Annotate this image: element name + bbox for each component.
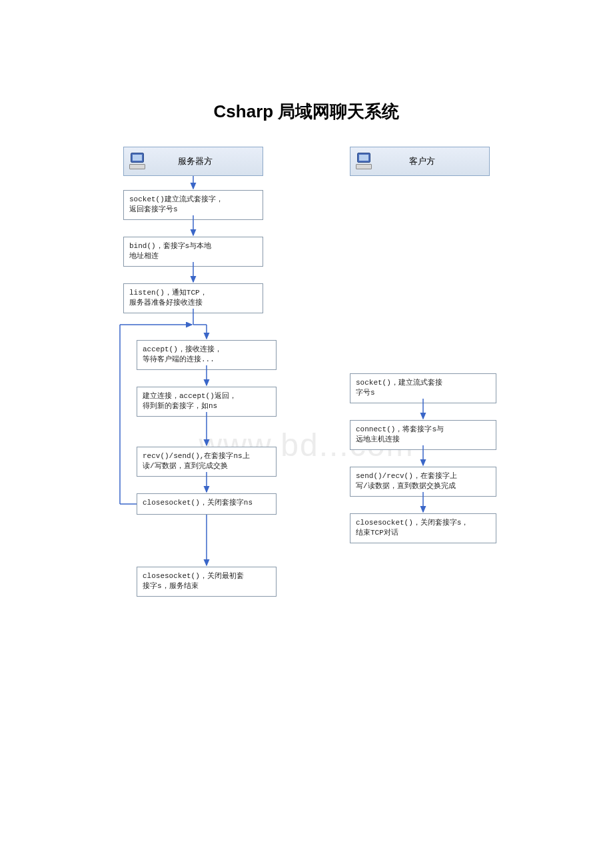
page-title: Csharp 局域网聊天系统 [0,100,613,123]
server-header: 服务器方 [123,147,263,176]
server-step-close-ns: closesocket()，关闭套接字ns [137,493,277,515]
client-step-close: closesocket()，关闭套接字s，结束TCP对话 [350,513,496,543]
server-step-recv-send: recv()/send(),在套接字ns上读/写数据，直到完成交换 [137,447,277,477]
server-step-connect-established: 建立连接，accept()返回，得到新的套接字，如ns [137,387,277,417]
client-header-label: 客户方 [374,155,489,167]
flowchart-diagram: 服务器方 客户方 socket()建立流式套接字，返回套接字号s bind()，… [117,140,510,627]
client-step-socket: socket()，建立流式套接字号s [350,373,496,403]
server-step-socket: socket()建立流式套接字，返回套接字号s [123,190,263,220]
server-step-bind: bind()，套接字s与本地地址相连 [123,237,263,267]
computer-icon [354,151,374,171]
server-step-listen: listen()，通知TCP，服务器准备好接收连接 [123,283,263,313]
server-step-close-s: closesocket()，关闭最初套接字s，服务结束 [137,567,277,597]
computer-icon [128,151,148,171]
client-header: 客户方 [350,147,490,176]
client-step-connect: connect()，将套接字s与远地主机连接 [350,420,496,450]
server-step-accept: accept()，接收连接，等待客户端的连接... [137,340,277,370]
client-step-send-recv: send()/recv()，在套接字上写/读数据，直到数据交换完成 [350,467,496,497]
server-header-label: 服务器方 [148,155,263,167]
